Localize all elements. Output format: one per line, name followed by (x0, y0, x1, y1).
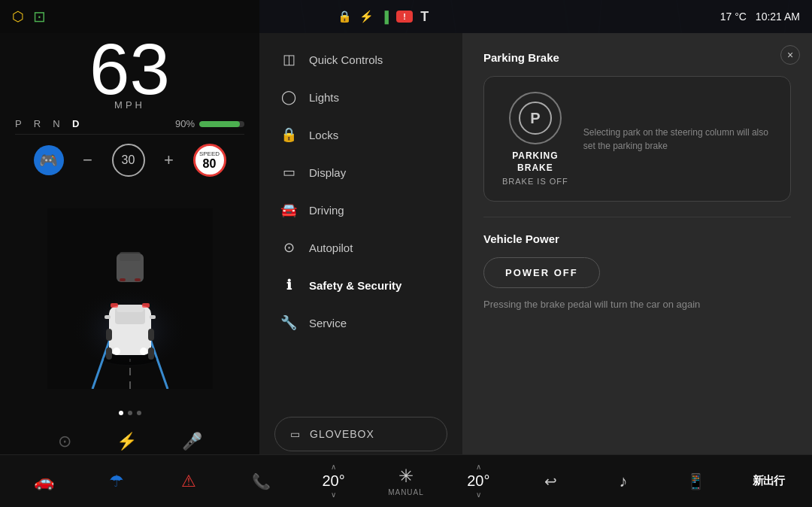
menu-item-display[interactable]: ▭ Display (259, 153, 462, 191)
signal-icon: ▐ (381, 11, 389, 23)
brake-status: BRAKE IS OFF (502, 177, 568, 186)
speed-limit-value: 80 (203, 157, 217, 171)
close-button[interactable]: × (780, 45, 800, 65)
cruise-controls: 🎮 − 30 + SPEED 80 (0, 135, 259, 186)
power-off-button[interactable]: POWER OFF (483, 257, 600, 288)
temp-right-control[interactable]: ∧ 20° ∨ (459, 463, 497, 499)
menu-item-autopilot[interactable]: ⊙ Autopilot (259, 229, 462, 266)
temp-right-up[interactable]: ∧ (476, 463, 481, 471)
dot-1 (119, 411, 123, 415)
decrease-button[interactable]: − (79, 151, 97, 169)
top-bar: ⬡ ⊡ 🔒 ⚡ ▐ ! T 17 °C 10:21 AM (0, 0, 812, 33)
quick-controls-label: Quick Controls (309, 53, 383, 66)
page-dots (0, 411, 259, 423)
parking-brake-title: Parking Brake (483, 51, 791, 64)
locks-label: Locks (309, 129, 338, 141)
sidebar-menu: ◫ Quick Controls ◯ Lights 🔒 Locks ▭ Disp… (259, 33, 462, 466)
bottom-phone[interactable]: 📞 (242, 472, 280, 490)
service-label: Service (309, 317, 347, 329)
svg-point-23 (113, 348, 120, 355)
driving-label: Driving (309, 204, 344, 217)
battery-display: 90% (175, 118, 244, 129)
menu-item-driving[interactable]: 🚘 Driving (259, 191, 462, 229)
svg-rect-28 (148, 329, 154, 341)
brand-logo: 新出行 (750, 474, 787, 488)
locks-icon: 🔒 (280, 126, 297, 143)
bottom-seat[interactable]: ↩ (532, 472, 570, 490)
svg-rect-32 (150, 315, 156, 319)
parking-brake-icon: P (509, 92, 562, 144)
temp-right-down[interactable]: ∨ (476, 491, 481, 499)
battery-bar (199, 121, 244, 127)
menu-spacer (259, 342, 462, 409)
bottom-fan-icon: ☂ (109, 472, 124, 491)
menu-item-locks[interactable]: 🔒 Locks (259, 116, 462, 153)
driving-icon: 🚘 (280, 202, 297, 218)
lights-label: Lights (309, 91, 339, 104)
temp-left-control[interactable]: ∧ 20° ∨ (315, 463, 353, 499)
display-icon: ▭ (280, 164, 297, 181)
bottom-car-icon: 🚗 (34, 472, 54, 491)
bottom-car[interactable]: 🚗 (25, 472, 62, 491)
instrument-cluster: 63 MPH P R N D 90% 🎮 − 30 + SPEED 80 (0, 0, 259, 466)
range-icon: ⊡ (33, 8, 46, 26)
parking-brake-hint: Selecting park on the steering column wi… (583, 126, 772, 153)
menu-item-safety[interactable]: ℹ Safety & Security (259, 266, 462, 304)
bottom-alert[interactable]: ⚠ (170, 472, 208, 491)
increase-button[interactable]: + (160, 151, 178, 169)
microphone-icon[interactable]: 🎤 (182, 432, 202, 451)
section-divider (483, 217, 791, 217)
menu-item-lights[interactable]: ◯ Lights (259, 78, 462, 116)
temp-left-down[interactable]: ∨ (331, 491, 336, 499)
autopilot-icon: ⊙ (280, 239, 297, 256)
car-visualization (47, 208, 213, 389)
svg-rect-26 (142, 303, 150, 308)
svg-rect-36 (135, 278, 141, 281)
bottom-mobile[interactable]: 📱 (677, 472, 714, 490)
steering-icon: 🎮 (34, 145, 64, 175)
bottom-music[interactable]: ♪ (604, 472, 642, 491)
bottom-fan[interactable]: ☂ (98, 472, 135, 491)
quick-controls-icon: ◫ (280, 51, 297, 68)
time-label: 10:21 AM (756, 11, 800, 23)
svg-rect-29 (106, 348, 112, 360)
speed-unit: MPH (0, 99, 259, 111)
svg-rect-30 (148, 348, 154, 360)
fan-speed-control[interactable]: ✳ MANUAL (387, 466, 425, 496)
safety-label: Safety & Security (309, 279, 401, 292)
battery-percentage: 90% (175, 118, 195, 129)
svg-point-24 (140, 348, 147, 355)
battery-fill (199, 121, 240, 127)
prnd-text: P R N D (15, 118, 81, 129)
cruise-speed: 30 (112, 144, 145, 177)
settings-icon[interactable]: ⊙ (58, 432, 71, 451)
prnd-bar: P R N D 90% (0, 114, 259, 134)
temp-left-value: 20° (322, 472, 344, 490)
top-bar-center: 🔒 ⚡ ▐ ! T (338, 9, 429, 25)
glovebox-button[interactable]: ▭ GLOVEBOX (274, 417, 447, 451)
menu-item-service[interactable]: 🔧 Service (259, 304, 462, 342)
glovebox-icon: ▭ (290, 428, 301, 440)
brand-text: 新出行 (753, 474, 784, 488)
bluetooth-icon: ⚡ (359, 10, 374, 23)
car-view (0, 186, 259, 411)
svg-rect-31 (105, 315, 111, 319)
power-off-hint: Pressing the brake pedal will turn the c… (483, 297, 791, 312)
bottom-phone-icon: 📞 (252, 472, 271, 490)
autopilot-label: Autopilot (309, 241, 353, 254)
bolt-icon[interactable]: ⚡ (117, 432, 137, 451)
temp-left-up[interactable]: ∧ (331, 463, 336, 471)
parking-brake-card: P PARKINGBRAKE BRAKE IS OFF Selecting pa… (483, 76, 791, 202)
temperature-label: 17 °C (720, 11, 747, 23)
menu-item-quick-controls[interactable]: ◫ Quick Controls (259, 41, 462, 78)
vehicle-power-title: Vehicle Power (483, 232, 791, 245)
parking-p-circle: P (519, 102, 552, 135)
glovebox-label: GLOVEBOX (310, 428, 374, 440)
dot-2 (128, 411, 132, 415)
temp-right-value: 20° (467, 472, 489, 490)
lock-icon: 🔒 (338, 10, 352, 23)
svg-rect-22 (117, 305, 144, 312)
svg-rect-35 (120, 278, 126, 281)
fan-speed-label: MANUAL (388, 488, 424, 496)
speed-limit-label: SPEED (199, 150, 220, 157)
